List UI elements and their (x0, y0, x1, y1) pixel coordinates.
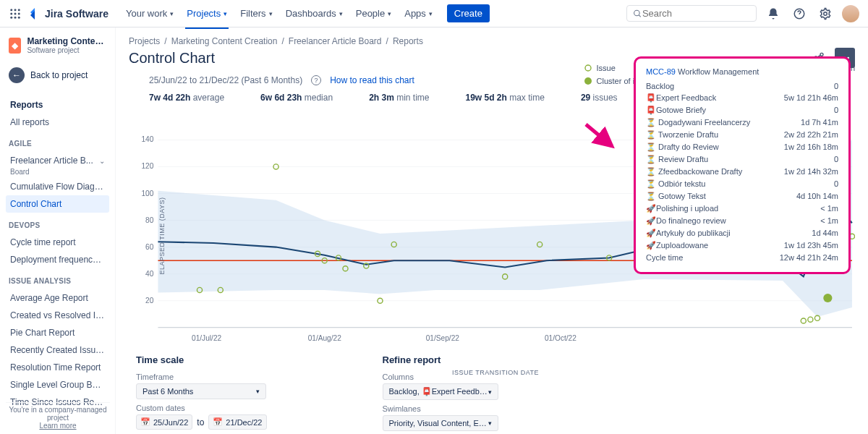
search-input[interactable] (642, 8, 750, 19)
search-box[interactable] (626, 5, 757, 22)
tooltip-row: 📮Gotowe Briefy0 (646, 104, 838, 116)
back-to-project[interactable]: ← Back to project (6, 64, 109, 86)
svg-text:100: 100 (141, 190, 153, 197)
sidebar-item[interactable]: Control Chart (6, 195, 109, 213)
tooltip-row: ⏳ Dogadywani Freelancerzy1d 7h 41m (646, 116, 838, 129)
tooltip-row: 🚀Zuploadowane1w 1d 23h 45m (646, 239, 838, 252)
tooltip-row: Cycle time12w 4d 21h 24m (646, 252, 838, 263)
nav-item-apps[interactable]: Apps ▾ (399, 4, 438, 23)
to-date-input[interactable]: 📅21/Dec/22 (208, 414, 266, 430)
tooltip-issue-key[interactable]: MCC-89 (646, 67, 676, 76)
report-controls: Time scale Timeframe Past 6 Months▾ Cust… (136, 354, 855, 431)
timeframe-label: Timeframe (136, 373, 267, 381)
annotation-arrow (583, 122, 619, 150)
nav-item-your-work[interactable]: Your work ▾ (120, 4, 179, 23)
svg-point-1 (14, 9, 17, 11)
svg-point-6 (10, 16, 12, 18)
project-name: Marketing Content Cre... (27, 36, 106, 46)
breadcrumb-link[interactable]: Marketing Content Creation (171, 36, 278, 46)
svg-line-10 (639, 14, 641, 17)
create-button[interactable]: Create (447, 4, 490, 22)
svg-text:01/Oct/22: 01/Oct/22 (545, 334, 576, 342)
sidebar-section-issue analysis: ISSUE ANALYSIS (6, 274, 109, 288)
tooltip-row: 📮Expert Feedback5w 1d 21h 46m (646, 92, 838, 104)
svg-point-59 (801, 318, 806, 323)
svg-point-9 (634, 10, 640, 16)
sidebar-item[interactable]: Cycle time report (6, 234, 109, 251)
back-label: Back to project (30, 70, 88, 80)
svg-line-70 (586, 124, 612, 146)
help-icon[interactable] (790, 4, 809, 23)
timeframe-select[interactable]: Past 6 Months▾ (136, 383, 266, 399)
sidebar-item[interactable]: Recently Created Issues Re... (6, 341, 109, 359)
jira-icon (29, 8, 41, 20)
sidebar-item[interactable]: Pie Chart Report (6, 324, 109, 341)
nav-item-dashboards[interactable]: Dashboards ▾ (280, 4, 349, 23)
sidebar-item[interactable]: Deployment frequency rep... (6, 251, 109, 268)
timescale-heading: Time scale (136, 354, 267, 365)
from-date-input[interactable]: 📅25/Jun/22 (136, 414, 192, 430)
sidebar-item[interactable]: Resolution Time Report (6, 359, 109, 376)
tooltip-row: ⏳ Drafty do Review1w 2d 16h 18m (646, 141, 838, 153)
info-icon[interactable]: ? (311, 75, 321, 85)
breadcrumb-link[interactable]: Projects (129, 36, 160, 46)
app-switcher-icon[interactable] (9, 7, 22, 20)
project-header[interactable]: ◆ Marketing Content Cre... Software proj… (6, 36, 109, 54)
learn-more-link[interactable]: Learn more (6, 422, 110, 430)
y-axis-label: ELAPSED TIME (DAYS) (158, 197, 166, 274)
breadcrumb-link[interactable]: Freelancer Article Board (289, 36, 382, 46)
tooltip-row: ⏳ Gotowy Tekst4d 10h 14m (646, 190, 838, 203)
svg-text:01/Jul/22: 01/Jul/22 (192, 334, 221, 342)
tooltip-row: ⏳ Odbiór tekstu0 (646, 178, 838, 190)
settings-icon[interactable] (816, 4, 835, 23)
back-arrow-icon: ← (9, 67, 25, 83)
issue-tooltip: MCC-89 Workflow Management Backlog0📮Expe… (634, 56, 851, 274)
stat: 6w 6d 23h median (260, 93, 333, 103)
svg-point-12 (824, 12, 827, 15)
sidebar: ◆ Marketing Content Cre... Software proj… (0, 27, 116, 434)
calendar-icon: 📅 (140, 417, 150, 427)
page-title: Control Chart (129, 50, 215, 67)
sidebar-item[interactable]: Created vs Resolved Issues ... (6, 307, 109, 324)
svg-text:120: 120 (141, 162, 153, 170)
columns-label: Columns (383, 373, 498, 381)
tooltip-row: 🚀Do finalnego review< 1m (646, 215, 838, 227)
svg-point-2 (18, 9, 20, 11)
avatar[interactable] (842, 5, 859, 22)
swimlanes-select[interactable]: Priority, Visual Content, Ever...▾ (383, 415, 498, 431)
project-type: Software project (27, 46, 106, 54)
notifications-icon[interactable] (764, 4, 783, 23)
breadcrumb-link[interactable]: Reports (393, 36, 423, 46)
svg-text:01/Aug/22: 01/Aug/22 (308, 334, 342, 342)
nav-item-filters[interactable]: Filters ▾ (234, 4, 278, 23)
columns-select[interactable]: Backlog, 📮Expert Feedback,...▾ (383, 383, 498, 400)
stat: 2h 3m min time (369, 93, 429, 103)
top-nav: Jira Software Your work ▾Projects ▾Filte… (0, 0, 868, 27)
sidebar-item[interactable]: Freelancer Article B...⌄ (6, 152, 109, 169)
all-reports[interactable]: All reports (6, 114, 109, 131)
sidebar-item[interactable]: Cumulative Flow Diagram (6, 178, 109, 195)
sidebar-item[interactable]: Single Level Group By Report (6, 376, 109, 393)
tooltip-row: 🚀Polishing i upload< 1m (646, 203, 838, 215)
brand-text: Jira Software (45, 8, 109, 20)
date-range-text: 25/Jun/22 to 21/Dec/22 (Past 6 Months) (149, 75, 302, 85)
svg-point-24 (584, 77, 592, 85)
svg-point-0 (10, 9, 12, 11)
svg-point-60 (808, 317, 813, 322)
svg-text:60: 60 (145, 243, 154, 251)
svg-point-7 (14, 16, 17, 18)
chart: Issue Average Standard deviation Cluster… (136, 113, 855, 359)
reports-heading: Reports (6, 96, 109, 114)
sidebar-sublabel: Board (6, 168, 109, 176)
breadcrumb: Projects/Marketing Content Creation/Free… (129, 36, 855, 46)
svg-point-21 (585, 65, 591, 71)
nav-item-people[interactable]: People ▾ (350, 4, 397, 23)
project-mode-note: You're in a company-managed project (6, 406, 110, 422)
how-to-read-link[interactable]: How to read this chart (330, 75, 414, 85)
sidebar-item[interactable]: Average Age Report (6, 289, 109, 307)
nav-item-projects[interactable]: Projects ▾ (181, 4, 233, 23)
svg-text:40: 40 (145, 270, 154, 278)
jira-logo[interactable]: Jira Software (29, 8, 109, 20)
sidebar-section-devops: DEVOPS (6, 218, 109, 232)
customdates-label: Custom dates (136, 404, 267, 412)
